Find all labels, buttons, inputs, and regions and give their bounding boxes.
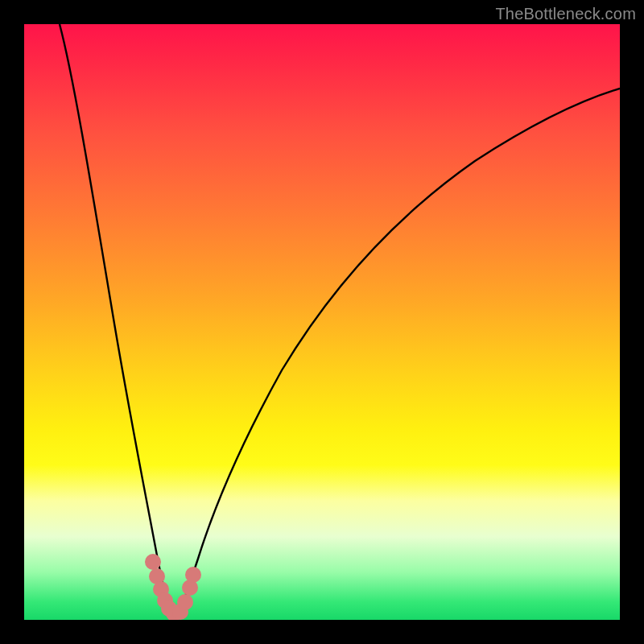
right-curve-path [177, 89, 620, 618]
left-curve-path [60, 24, 174, 618]
plot-area [24, 24, 620, 620]
chart-frame: TheBottleneck.com [0, 0, 644, 644]
svg-point-0 [145, 554, 161, 570]
highlight-dots [145, 554, 201, 620]
watermark-text: TheBottleneck.com [495, 5, 636, 23]
curves-svg [24, 24, 620, 620]
svg-point-7 [177, 594, 193, 610]
svg-point-9 [185, 567, 201, 583]
